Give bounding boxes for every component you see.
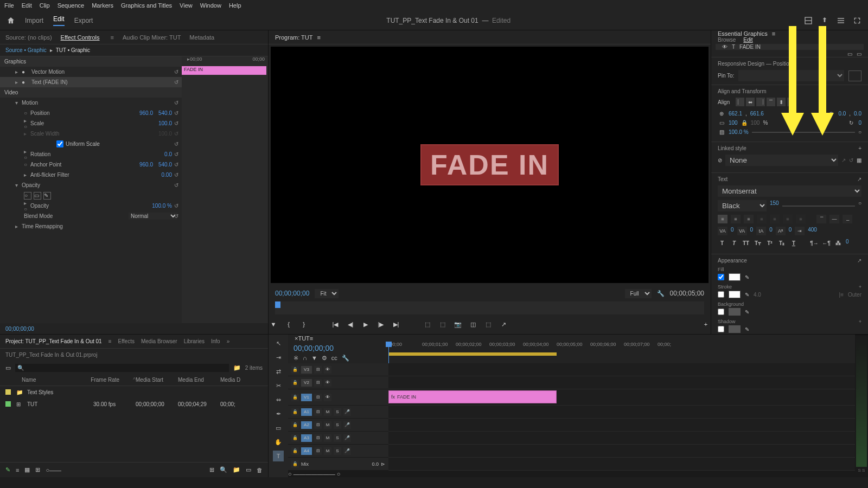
track-v1-header[interactable]: 🔒V1⊟👁 <box>288 389 388 406</box>
program-viewport[interactable]: FADE IN <box>271 47 709 283</box>
background-toggle[interactable] <box>718 309 724 315</box>
track-mix-header[interactable]: 🔒Mix0.0⊳ <box>288 458 388 471</box>
add-marker-icon[interactable]: ▼ <box>269 319 278 329</box>
menu-markers[interactable]: Markers <box>92 2 113 9</box>
tab-edit[interactable]: Edit <box>53 15 65 26</box>
eg-scale[interactable]: 100 <box>729 120 738 126</box>
tab-info[interactable]: Info <box>211 338 220 344</box>
align-right-icon[interactable]: ⎹ <box>756 98 765 106</box>
text-justify-last-left-icon[interactable]: ≡ <box>757 215 767 223</box>
add-stroke-icon[interactable]: + <box>859 284 861 290</box>
zoom-slider[interactable]: ○—— <box>46 467 61 473</box>
new-bin-icon[interactable]: 📁 <box>233 466 240 473</box>
col-framerate[interactable]: Frame Rate <box>91 377 133 383</box>
shadow-eyedropper-icon[interactable]: ✎ <box>745 326 749 332</box>
folder-icon[interactable]: 📁 <box>233 364 241 371</box>
menu-window[interactable]: Window <box>200 2 221 9</box>
go-to-out-icon[interactable]: ▶| <box>391 319 401 329</box>
program-playhead[interactable] <box>275 301 280 308</box>
add-style-icon[interactable]: + <box>858 145 861 151</box>
project-row-styles[interactable]: 📁 Text Styles <box>0 386 268 398</box>
menu-sequence[interactable]: Sequence <box>58 2 85 9</box>
mark-in-icon[interactable]: { <box>284 319 293 329</box>
type-tool-icon[interactable]: T <box>273 451 284 461</box>
program-current-time[interactable]: 00;00;00;00 <box>275 290 309 297</box>
marker-icon[interactable]: ▼ <box>311 355 317 362</box>
text-vcenter-icon[interactable]: — <box>829 215 839 223</box>
auto-sequence-icon[interactable]: ⊞ <box>209 466 214 473</box>
ec-source-crumb[interactable]: Source • Graphic <box>5 47 47 53</box>
ec-opacity[interactable]: ▾Opacity↺ <box>0 180 182 190</box>
shadow-swatch[interactable] <box>729 325 741 333</box>
eg-weight-select[interactable]: Black <box>718 200 767 211</box>
tab-audio-mixer[interactable]: Audio Clip Mixer: TUT <box>123 34 181 41</box>
extract-icon[interactable]: ⬚ <box>438 319 448 329</box>
eg-browse-tab[interactable]: Browse <box>718 37 736 43</box>
slip-tool-icon[interactable]: ⇔ <box>273 394 284 405</box>
tab-libraries[interactable]: Libraries <box>184 338 205 344</box>
work-area-bar[interactable] <box>388 352 557 356</box>
list-view-icon[interactable]: ≡ <box>16 467 19 473</box>
mark-out-icon[interactable]: } <box>299 319 309 329</box>
fill-toggle[interactable] <box>718 274 724 280</box>
menu-edit[interactable]: Edit <box>22 2 32 9</box>
pencil-icon[interactable]: ✎ <box>5 466 10 473</box>
workspace-icon[interactable] <box>804 16 813 25</box>
tab-effects[interactable]: Effects <box>118 338 135 344</box>
stroke-toggle[interactable] <box>718 291 724 298</box>
go-to-in-icon[interactable]: |◀ <box>330 319 340 329</box>
text-align-right-icon[interactable]: ≡ <box>744 215 754 223</box>
settings-icon[interactable]: ⚙ <box>322 355 327 362</box>
text-justify-all-icon[interactable]: ≡ <box>796 215 806 223</box>
ec-clip-bar[interactable]: FADE IN <box>182 66 266 75</box>
text-top-icon[interactable]: ⎺ <box>816 215 826 223</box>
track-a3-header[interactable]: 🔒A3⊟MS🎤 <box>288 432 388 445</box>
menu-file[interactable]: File <box>4 2 14 9</box>
track-v3-header[interactable]: 🔒V3⊟👁 <box>288 363 388 376</box>
linked-sel-icon[interactable]: ∩ <box>303 355 307 362</box>
export-frame-icon[interactable]: 📷 <box>453 319 463 329</box>
eg-panel-tab[interactable]: Essential Graphics≡ <box>711 30 868 37</box>
align-left-icon[interactable]: ⎸ <box>736 98 744 106</box>
wrench-icon[interactable]: 🔧 <box>657 290 665 297</box>
menu-graphics[interactable]: Graphics and Titles <box>121 2 172 9</box>
style-grid-icon[interactable]: ▦ <box>857 157 861 163</box>
tab-metadata[interactable]: Metadata <box>189 34 214 41</box>
cc-icon[interactable]: cc <box>331 355 337 362</box>
ec-flicker[interactable]: ▸Anti-flicker Filter0.00↺ <box>0 170 182 180</box>
program-tab[interactable]: Program: TUT≡ <box>269 30 711 44</box>
play-icon[interactable]: ▶ <box>361 319 371 329</box>
overwrite-icon[interactable]: ↗ <box>499 319 508 329</box>
eg-pos-x[interactable]: 662.1 <box>729 111 742 117</box>
share-icon[interactable] <box>820 16 829 25</box>
lift-icon[interactable]: ⬚ <box>423 319 432 329</box>
selection-tool-icon[interactable]: ↖ <box>273 338 284 349</box>
menu-view[interactable]: View <box>180 2 193 9</box>
bin-icon[interactable]: ▭ <box>5 364 11 371</box>
digits-icon[interactable]: ⁂ <box>834 239 843 247</box>
push-style-icon[interactable]: ↗ <box>841 157 846 163</box>
ec-text-layer[interactable]: ▸●Text (FADE IN)↺ <box>0 77 182 87</box>
new-item-icon[interactable]: ▭ <box>246 466 251 473</box>
eg-text-layer[interactable]: 👁 T FADE IN <box>716 44 864 50</box>
col-mediad[interactable]: Media D <box>220 377 263 383</box>
trash-icon[interactable]: 🗑 <box>257 467 263 473</box>
icon-view-icon[interactable]: ▦ <box>24 466 30 473</box>
tab-media-browser[interactable]: Media Browser <box>141 338 177 344</box>
ec-motion[interactable]: ▾Motion↺ <box>0 98 182 108</box>
ec-opacity-masks[interactable]: ○▭✎ <box>0 190 182 201</box>
program-fit-select[interactable]: Fit <box>315 289 339 298</box>
sync-style-icon[interactable]: ↺ <box>849 157 853 163</box>
ec-position[interactable]: ○Position960.0540.0↺ <box>0 108 182 118</box>
insert-icon[interactable]: ⬚ <box>483 319 493 329</box>
underline-icon[interactable]: T <box>789 239 798 247</box>
smallcaps-icon[interactable]: Tᴛ <box>754 239 762 247</box>
project-row-tut[interactable]: ⊞ TUT 30.00 fps 00;00;00;00 00;00;04;29 … <box>0 398 268 410</box>
ec-opacity-value[interactable]: ▸ ○Opacity100.0 %↺ <box>0 201 182 211</box>
fill-swatch[interactable] <box>729 273 741 281</box>
col-mediastart[interactable]: Media Start <box>136 377 178 383</box>
bg-eyedropper-icon[interactable]: ✎ <box>745 309 749 315</box>
pen-tool-icon[interactable]: ✒ <box>273 408 284 419</box>
timeline-sequence-tab[interactable]: × TUT ≡ <box>288 335 855 342</box>
tab-project[interactable]: Project: TUT_PP_Text Fade In & Out 01 <box>5 338 102 344</box>
